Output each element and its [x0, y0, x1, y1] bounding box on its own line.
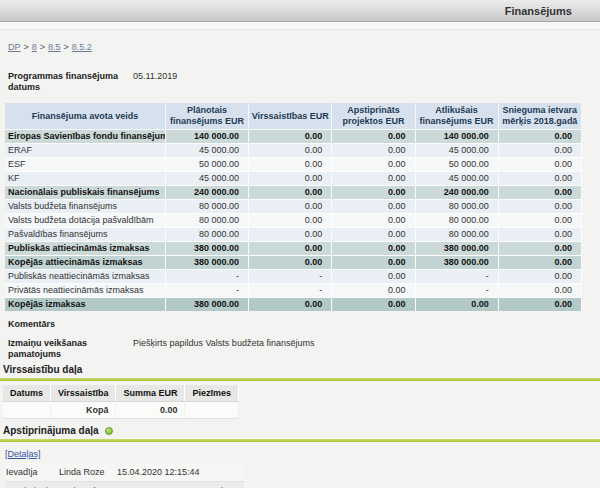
finance-cell-value: 0.00 [249, 242, 332, 256]
finance-cell-value: 0.00 [332, 214, 415, 228]
finance-cell-value: 0.00 [249, 256, 332, 270]
approved-by-name: Jānis Koks [59, 482, 117, 488]
finance-cell-value: 80 000.00 [415, 228, 498, 242]
finance-row: Publiskās neattiecināmās izmaksas--0.00-… [5, 270, 582, 284]
finance-cell-value: 140 000.00 [165, 130, 248, 144]
column-header-remaining: Atlikušais finansējums EUR [415, 103, 498, 130]
entered-by-row: Ievadīja Linda Roze 15.04.2020 12:15:44 [5, 463, 244, 482]
programme-date-label: Programmas finansējuma datums [8, 71, 133, 93]
finance-cell-value: - [249, 284, 332, 298]
green-status-icon [105, 427, 113, 435]
finance-cell-value: 0.00 [498, 298, 581, 312]
finance-cell-value: 0.00 [249, 214, 332, 228]
finance-cell-value: 0.00 [498, 284, 581, 298]
finance-row-label: Publiskās neattiecināmās izmaksas [5, 270, 165, 284]
finance-cell-value: 0.00 [415, 298, 498, 312]
finance-cell-value: 80 000.00 [165, 200, 248, 214]
approval-info-table: Ievadīja Linda Roze 15.04.2020 12:15:44 … [5, 463, 244, 488]
virssaistibas-total-row: Kopā 0.00 [3, 402, 238, 419]
finance-cell-value: 50 000.00 [415, 158, 498, 172]
finance-cell-value: - [165, 284, 248, 298]
finance-cell-value: - [415, 284, 498, 298]
finance-cell-value: 0.00 [498, 200, 581, 214]
finance-row-label: Kopējās izmaksas [5, 298, 165, 312]
finance-row: Publiskās attiecināmās izmaksas380 000.0… [5, 242, 582, 256]
finance-cell-value: 0.00 [498, 242, 581, 256]
finance-cell-value: 0.00 [332, 284, 415, 298]
finance-cell-value: 45 000.00 [165, 172, 248, 186]
finance-cell-value: - [415, 270, 498, 284]
breadcrumb-separator: > [40, 42, 45, 52]
finance-cell-value: 0.00 [249, 228, 332, 242]
finance-row: Privātās neattiecināmās izmaksas--0.00-0… [5, 284, 582, 298]
approved-by-datetime: 15.04.2020 12:16:19 [117, 482, 215, 488]
approved-by-action: Skatīt [215, 482, 244, 488]
finance-cell-value: 0.00 [249, 172, 332, 186]
finance-row-label: Publiskās attiecināmās izmaksas [5, 242, 165, 256]
finance-cell-value: 380 000.00 [415, 256, 498, 270]
virssaistibas-table: Datums Virssaistība Summa EUR Piezīmes K… [3, 385, 239, 419]
entered-by-action [215, 463, 244, 482]
finance-row: Valsts budžeta finansējums80 000.000.000… [5, 200, 582, 214]
finance-row-label: Pašvaldības finansējums [5, 228, 165, 242]
section-divider [0, 378, 600, 381]
approved-by-label: Apstiprināja [5, 482, 59, 488]
finance-cell-value: 0.00 [332, 144, 415, 158]
virssaistibas-section-title: Virssaistību daļa [3, 364, 600, 375]
finance-cell-value: - [249, 270, 332, 284]
finance-cell-value: 0.00 [249, 200, 332, 214]
breadcrumb-link-8-5-2[interactable]: 8.5.2 [72, 42, 92, 52]
finance-cell-value: 0.00 [249, 144, 332, 158]
page-title: Finansējums [505, 5, 600, 17]
finance-cell-value: 80 000.00 [415, 214, 498, 228]
finance-cell-value: 0.00 [249, 130, 332, 144]
finance-cell-value: 80 000.00 [415, 200, 498, 214]
finance-row: Eiropas Savienības fondu finansējums140 … [5, 130, 582, 144]
finance-cell-value: 0.00 [332, 130, 415, 144]
vs-column-summa: Summa EUR [116, 385, 185, 402]
finance-cell-value: 0.00 [498, 158, 581, 172]
breadcrumb-separator: > [24, 42, 29, 52]
finance-cell-value: 380 000.00 [165, 298, 248, 312]
finance-cell-value: 0.00 [332, 256, 415, 270]
finance-cell-value: 0.00 [498, 228, 581, 242]
finance-row-label: ERAF [5, 144, 165, 158]
finance-cell-value: 0.00 [498, 214, 581, 228]
finance-cell-value: 0.00 [498, 130, 581, 144]
finance-cell-value: 80 000.00 [165, 214, 248, 228]
finance-cell-value: 0.00 [249, 186, 332, 200]
comment-label: Komentārs [8, 319, 133, 330]
breadcrumb-link-8[interactable]: 8 [32, 42, 37, 52]
finance-row-label: KF [5, 172, 165, 186]
finance-table: Finansējuma avota veids Plānotais finans… [5, 103, 582, 311]
finance-row: Nacionālais publiskais finansējums240 00… [5, 186, 582, 200]
column-header-approved: Apstiprināts projektos EUR [332, 103, 415, 130]
finance-cell-value: 0.00 [332, 172, 415, 186]
breadcrumb-link-dp[interactable]: DP [8, 42, 21, 52]
breadcrumb-link-8-5[interactable]: 8.5 [48, 42, 61, 52]
details-link[interactable]: [Detaļas] [5, 449, 41, 459]
breadcrumb: DP>8>8.5>8.5.2 [8, 42, 600, 52]
finance-cell-value: 0.00 [332, 242, 415, 256]
finance-cell-value: 0.00 [332, 158, 415, 172]
entered-by-datetime: 15.04.2020 12:15:44 [117, 463, 215, 482]
finance-row: KF45 000.000.000.0045 000.000.00 [5, 172, 582, 186]
finance-cell-value: 240 000.00 [165, 186, 248, 200]
finance-row-label: Kopējās attiecināmās izmaksas [5, 256, 165, 270]
finance-cell-value: 0.00 [498, 172, 581, 186]
finance-cell-value: 45 000.00 [415, 144, 498, 158]
finance-cell-value: 380 000.00 [415, 242, 498, 256]
comment-row: Komentārs [8, 319, 600, 330]
approved-by-row: Apstiprināja Jānis Koks 15.04.2020 12:16… [5, 482, 244, 488]
approval-section-title: Apstiprinājuma daļa [3, 425, 99, 436]
finance-row: ERAF45 000.000.000.0045 000.000.00 [5, 144, 582, 158]
finance-row-label: Valsts budžeta dotācija pašvaldībām [5, 214, 165, 228]
finance-cell-value: 380 000.00 [165, 256, 248, 270]
details-link-row: [Detaļas] [5, 449, 600, 459]
finance-cell-value: 45 000.00 [165, 144, 248, 158]
vs-empty-cell [185, 402, 239, 419]
vs-column-virssaistiba: Virssaistība [51, 385, 116, 402]
top-bar-strip [0, 22, 600, 30]
finance-row: Kopējās izmaksas380 000.000.000.000.000.… [5, 298, 582, 312]
column-header-source: Finansējuma avota veids [5, 103, 165, 130]
